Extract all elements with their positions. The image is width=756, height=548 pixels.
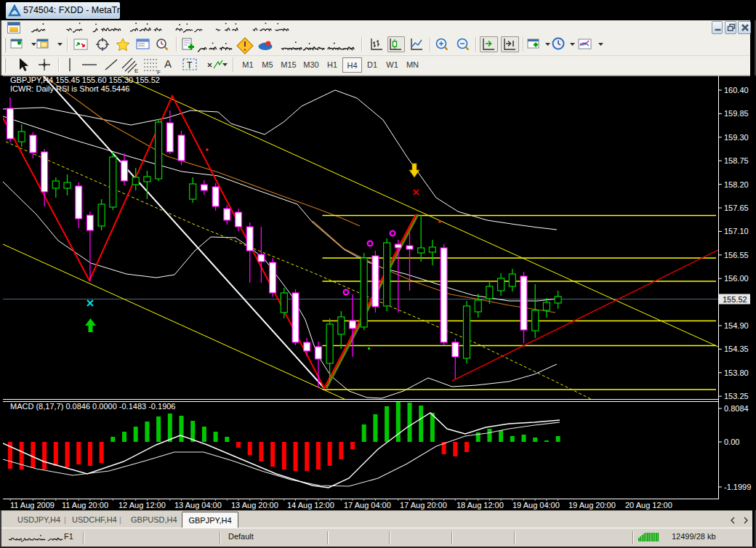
svg-text:12 Aug 12:00: 12 Aug 12:00 xyxy=(118,501,166,509)
svg-text:153.80: 153.80 xyxy=(724,368,749,377)
svg-text:11 Aug 20:00: 11 Aug 20:00 xyxy=(62,501,108,509)
svg-text:13 Aug 04:00: 13 Aug 04:00 xyxy=(174,501,222,509)
svg-text:E: E xyxy=(134,68,138,74)
svg-text:158.75: 158.75 xyxy=(724,156,749,165)
svg-text:19 Aug 20:00: 19 Aug 20:00 xyxy=(568,501,616,509)
svg-text:GBPJPY,H4 155.45 155.60 155.3: GBPJPY,H4 155.45 155.60 155.30 155.52 xyxy=(10,76,160,84)
svg-text:-1.1999: -1.1999 xyxy=(724,483,751,491)
svg-text:ICWR: Daily RSI is Short 45.54: ICWR: Daily RSI is Short 45.5446 xyxy=(10,84,129,93)
svg-text:158.20: 158.20 xyxy=(724,180,749,189)
svg-text:T: T xyxy=(187,60,193,70)
svg-text:154.90: 154.90 xyxy=(724,321,749,330)
svg-text:156.00: 156.00 xyxy=(724,274,749,283)
svg-text:F: F xyxy=(157,69,161,76)
svg-text:14 Aug 12:00: 14 Aug 12:00 xyxy=(287,501,334,509)
svg-text:19 Aug 04:00: 19 Aug 04:00 xyxy=(512,501,560,509)
svg-text:154.35: 154.35 xyxy=(724,344,749,353)
svg-text:159.85: 159.85 xyxy=(724,109,749,118)
svg-text:18 Aug 12:00: 18 Aug 12:00 xyxy=(457,501,504,509)
svg-text:156.55: 156.55 xyxy=(724,251,749,259)
svg-text:13 Aug 20:00: 13 Aug 20:00 xyxy=(231,501,278,509)
svg-text:159.30: 159.30 xyxy=(724,133,749,142)
svg-text:155.52: 155.52 xyxy=(723,295,747,304)
svg-text:17 Aug 20:00: 17 Aug 20:00 xyxy=(400,501,447,509)
svg-text:20 Aug 12:00: 20 Aug 12:00 xyxy=(625,501,672,509)
svg-text:160.40: 160.40 xyxy=(724,86,749,94)
svg-text:153.25: 153.25 xyxy=(724,392,749,400)
svg-text:0.00: 0.00 xyxy=(724,438,739,446)
svg-text:157.10: 157.10 xyxy=(724,227,749,235)
svg-text:0.8084: 0.8084 xyxy=(724,404,749,413)
svg-text:17 Aug 04:00: 17 Aug 04:00 xyxy=(344,501,391,509)
svg-text:11 Aug 2009: 11 Aug 2009 xyxy=(10,501,55,509)
svg-text:157.65: 157.65 xyxy=(724,204,749,212)
svg-text:MACD (8,17,7) 0.0846 0.0000 -: MACD (8,17,7) 0.0846 0.0000 -0.1483 -0.1… xyxy=(10,402,175,411)
